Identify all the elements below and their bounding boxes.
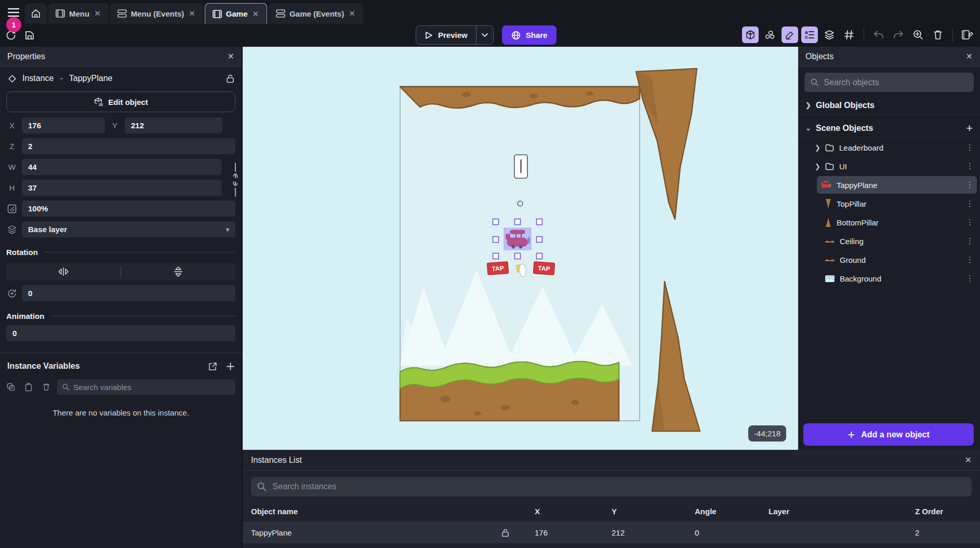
search-icon: [811, 78, 819, 87]
instance-properties-button[interactable]: [801, 26, 818, 43]
link-dimensions-button[interactable]: [231, 162, 240, 194]
object-row-bottompillar[interactable]: BottomPillar ⋮: [821, 213, 977, 231]
layer-dropdown[interactable]: Base layer ▾: [22, 221, 235, 237]
top-pillar-object[interactable]: [636, 69, 697, 219]
column-layer: Layer: [769, 507, 915, 516]
flip-vertical-icon: [174, 266, 183, 277]
scene-canvas[interactable]: TAP TAP -44;218: [243, 47, 798, 450]
variables-search-input[interactable]: [73, 383, 230, 392]
chevron-down-icon: ▾: [226, 226, 229, 233]
copy-icon: [7, 383, 15, 391]
y-label: Y: [109, 121, 121, 130]
preview-options-button[interactable]: [476, 26, 493, 44]
properties-close-icon[interactable]: ✕: [228, 51, 234, 61]
instance-lock-button[interactable]: [501, 528, 535, 537]
delete-variable-button[interactable]: [39, 380, 53, 394]
object-row-ceiling[interactable]: Ceiling ⋮: [821, 232, 977, 250]
global-objects-section[interactable]: ❯ Global Objects: [798, 96, 980, 115]
width-field[interactable]: [22, 159, 222, 175]
ground-object[interactable]: [400, 362, 619, 421]
tab-close-icon[interactable]: ✕: [188, 9, 196, 18]
open-variables-editor-button[interactable]: [208, 362, 217, 371]
instance-table-row[interactable]: TappyPlane 176 212 0 2: [243, 522, 980, 543]
tab-bar: Menu ✕ Menu (Events) ✕ Game ✕ Game (Even…: [0, 0, 980, 24]
height-field[interactable]: [22, 180, 222, 196]
kebab-menu-icon[interactable]: ⋮: [966, 274, 974, 283]
scene-objects-section[interactable]: ⌄ Scene Objects +: [798, 119, 980, 138]
tab-close-icon[interactable]: ✕: [94, 9, 101, 18]
tap-indicator-sprite[interactable]: [514, 155, 527, 178]
edit-object-button[interactable]: 2D Edit object: [6, 91, 235, 112]
add-object-quick-icon[interactable]: +: [966, 122, 973, 135]
bottom-pillar-object[interactable]: [652, 282, 700, 431]
z-field[interactable]: [22, 138, 235, 154]
object-row-leaderboard[interactable]: ❯ Leaderboard ⋮: [811, 139, 977, 156]
height-row: H: [6, 180, 222, 196]
globe-icon: [511, 31, 521, 40]
tab-menu[interactable]: Menu ✕: [48, 3, 109, 24]
position-row: X Y: [6, 117, 235, 133]
delete-button[interactable]: [930, 26, 946, 43]
tab-game[interactable]: Game ✕: [205, 3, 267, 24]
instances-close-icon[interactable]: ✕: [965, 455, 972, 465]
tab-close-icon[interactable]: ✕: [252, 9, 260, 19]
toggle-3d-view-button[interactable]: [742, 26, 759, 43]
instances-search-input[interactable]: [273, 482, 965, 491]
grid-button[interactable]: [841, 26, 857, 43]
paste-variable-button[interactable]: [22, 380, 35, 394]
add-variable-button[interactable]: [227, 363, 234, 370]
copy-variable-button[interactable]: [4, 380, 18, 394]
undo-button[interactable]: [870, 26, 887, 43]
kebab-menu-icon[interactable]: ⋮: [966, 162, 974, 171]
kebab-menu-icon[interactable]: ⋮: [966, 236, 974, 246]
kebab-menu-icon[interactable]: ⋮: [966, 199, 974, 208]
y-field[interactable]: [125, 117, 222, 133]
home-icon: [31, 9, 41, 18]
tab-home[interactable]: [25, 3, 47, 24]
objects-close-icon[interactable]: ✕: [966, 51, 973, 61]
edit-scene-events-button[interactable]: [959, 26, 976, 43]
flip-vertical-button[interactable]: [121, 263, 235, 280]
rotation-field[interactable]: [22, 285, 235, 301]
save-button[interactable]: [22, 28, 37, 43]
lock-button[interactable]: [226, 74, 234, 83]
object-row-ui[interactable]: ❯ UI ⋮: [811, 157, 977, 175]
tab-game-events[interactable]: Game (Events) ✕: [269, 3, 363, 24]
flip-horizontal-button[interactable]: [6, 263, 121, 280]
x-field[interactable]: [22, 117, 105, 133]
undo-icon: [873, 31, 884, 39]
tab-close-icon[interactable]: ✕: [348, 9, 356, 18]
preview-button[interactable]: Preview: [416, 26, 476, 44]
objects-blocks-button[interactable]: [762, 26, 778, 43]
tappy-plane-sprite[interactable]: [504, 228, 531, 250]
kebab-menu-icon[interactable]: ⋮: [966, 218, 974, 227]
kebab-menu-icon[interactable]: ⋮: [966, 143, 974, 152]
rotation-row: [6, 285, 235, 301]
redo-button[interactable]: [890, 26, 907, 43]
object-row-toppillar[interactable]: TopPillar ⋮: [821, 195, 977, 212]
zoom-button[interactable]: [910, 26, 926, 43]
instances-header: Instances List ✕: [243, 450, 980, 471]
kebab-menu-icon[interactable]: ⋮: [966, 180, 974, 190]
animation-field[interactable]: [6, 325, 235, 341]
variables-empty-message: There are no variables on this instance.: [0, 408, 242, 417]
instances-search: [251, 477, 972, 497]
object-row-background[interactable]: Background ⋮: [821, 270, 977, 287]
tap-label: TAP: [492, 264, 504, 273]
tap-ribbon-left[interactable]: TAP: [487, 262, 509, 275]
instance-name: TappyPlane: [69, 74, 113, 83]
opacity-field[interactable]: [22, 201, 235, 217]
kebab-menu-icon[interactable]: ⋮: [966, 255, 974, 264]
tab-menu-events[interactable]: Menu (Events) ✕: [110, 3, 203, 24]
add-new-object-button[interactable]: + Add a new object: [803, 423, 974, 446]
cube-2d-icon: 2D: [94, 97, 103, 106]
objects-search-input[interactable]: [824, 78, 968, 87]
object-row-tappyplane[interactable]: TappyPlane ⋮: [817, 176, 977, 194]
layers-button[interactable]: [821, 26, 838, 43]
share-button[interactable]: Share: [502, 25, 557, 45]
tap-ribbon-right[interactable]: TAP: [533, 262, 555, 275]
edit-mode-button[interactable]: [782, 26, 798, 43]
scene-tab-icon: [213, 10, 222, 18]
toolbar-center: Preview Share: [416, 25, 557, 45]
object-row-ground[interactable]: Ground ⋮: [821, 251, 977, 269]
